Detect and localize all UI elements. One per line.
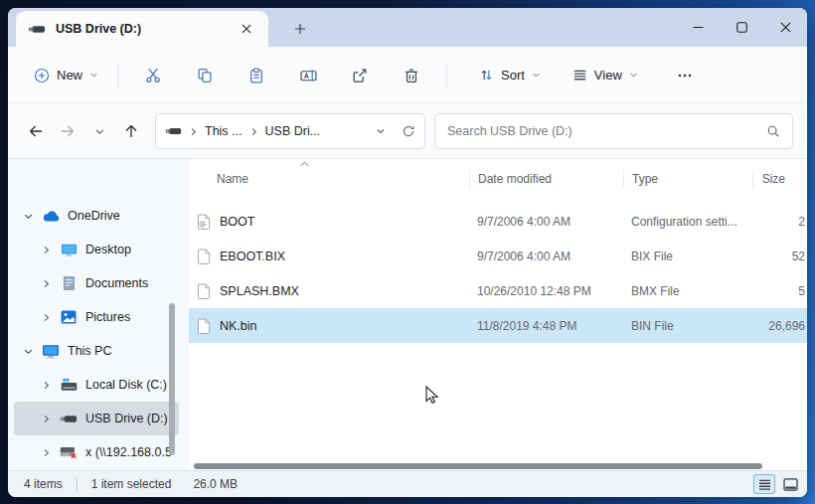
sidebar-item-label: OneDrive bbox=[68, 209, 120, 223]
file-explorer-window: USB Drive (D:) New bbox=[8, 8, 807, 497]
copy-button[interactable] bbox=[185, 58, 225, 93]
sidebar-item-onedrive[interactable]: OneDrive bbox=[14, 199, 179, 233]
back-icon[interactable] bbox=[20, 115, 52, 147]
file-date-modified: 11/8/2019 4:48 PM bbox=[469, 319, 623, 333]
column-header-date-modified[interactable]: Date modified bbox=[469, 170, 623, 188]
sidebar-item-documents[interactable]: Documents bbox=[14, 266, 179, 300]
chevron-right-icon[interactable] bbox=[40, 380, 52, 391]
local-disk-icon bbox=[59, 378, 79, 392]
usb-drive-icon bbox=[165, 127, 182, 135]
selection-size: 26.0 MB bbox=[193, 477, 238, 491]
view-button[interactable]: View bbox=[564, 60, 647, 90]
search-icon bbox=[766, 124, 780, 138]
navigation-pane: OneDriveDesktopDocumentsPicturesThis PCL… bbox=[8, 159, 189, 470]
file-size: 26,696 bbox=[752, 319, 807, 333]
breadcrumb-chevron-icon[interactable] bbox=[248, 126, 259, 137]
new-button-label: New bbox=[57, 68, 82, 83]
file-row-boot[interactable]: BOOT9/7/2006 4:00 AMConfiguration setti.… bbox=[189, 204, 807, 239]
sidebar-item-label: USB Drive (D:) bbox=[85, 412, 168, 425]
column-header-size[interactable]: Size bbox=[752, 170, 807, 188]
sidebar-item-pictures[interactable]: Pictures bbox=[14, 300, 179, 334]
breadcrumb[interactable]: This ...USB Dri... bbox=[155, 113, 425, 149]
file-row-eboot-bix[interactable]: EBOOT.BIX9/7/2006 4:00 AMBIX File52 bbox=[189, 239, 807, 273]
breadcrumb-item[interactable]: USB Dri... bbox=[265, 124, 321, 138]
file-size: 52 bbox=[752, 250, 807, 263]
file-date-modified: 9/7/2006 4:00 AM bbox=[469, 250, 623, 263]
minimize-icon[interactable] bbox=[676, 8, 720, 47]
tab-bar: USB Drive (D:) bbox=[8, 8, 807, 47]
close-icon[interactable] bbox=[763, 8, 807, 47]
search-input[interactable] bbox=[447, 124, 766, 138]
refresh-icon[interactable] bbox=[402, 124, 415, 138]
sidebar-scrollbar[interactable] bbox=[169, 303, 175, 455]
address-dropdown-chevron-icon[interactable] bbox=[376, 126, 386, 136]
chevron-down-icon[interactable] bbox=[22, 346, 34, 357]
pictures-icon bbox=[59, 310, 79, 324]
config-file-icon bbox=[198, 214, 211, 230]
view-lines-icon bbox=[572, 68, 587, 83]
chevron-right-icon[interactable] bbox=[40, 414, 52, 424]
more-options-button[interactable] bbox=[665, 58, 705, 93]
column-header-name[interactable]: Name bbox=[189, 170, 469, 188]
large-icons-view-button[interactable] bbox=[779, 474, 801, 494]
chevron-right-icon[interactable] bbox=[40, 245, 52, 255]
rename-button[interactable] bbox=[288, 58, 328, 93]
chevron-right-icon[interactable] bbox=[40, 447, 52, 458]
maximize-icon[interactable] bbox=[720, 8, 763, 47]
sort-button-label: Sort bbox=[501, 68, 525, 83]
file-size: 2 bbox=[752, 215, 807, 229]
file-rows: BOOT9/7/2006 4:00 AMConfiguration setti.… bbox=[189, 204, 807, 343]
chevron-down-icon[interactable] bbox=[22, 211, 34, 222]
sort-ascending-icon bbox=[300, 161, 309, 167]
file-row-nk-bin[interactable]: NK.bin11/8/2019 4:48 PMBIN File26,696 bbox=[189, 308, 807, 343]
up-icon[interactable] bbox=[115, 115, 147, 147]
onedrive-icon bbox=[41, 210, 61, 223]
usb-drive-icon bbox=[59, 415, 79, 423]
sidebar-item-label: Documents bbox=[85, 276, 148, 290]
tab-usb-drive[interactable]: USB Drive (D:) bbox=[16, 11, 268, 47]
file-icon bbox=[198, 283, 211, 299]
chevron-right-icon[interactable] bbox=[40, 278, 52, 289]
sort-arrows-icon bbox=[479, 68, 494, 83]
file-icon bbox=[198, 249, 211, 264]
item-count: 4 items bbox=[24, 477, 63, 491]
recent-locations-chevron-icon[interactable] bbox=[83, 115, 115, 147]
sidebar-item-desktop[interactable]: Desktop bbox=[14, 233, 179, 266]
sidebar-item-local-disk-c[interactable]: Local Disk (C:) bbox=[14, 368, 179, 402]
file-name: EBOOT.BIX bbox=[220, 250, 285, 263]
sidebar-item-this-pc[interactable]: This PC bbox=[14, 334, 179, 368]
file-name: NK.bin bbox=[220, 319, 257, 333]
file-type: BIN File bbox=[623, 319, 752, 333]
details-view-button[interactable] bbox=[753, 474, 775, 494]
sidebar-item-label: Pictures bbox=[85, 310, 130, 324]
sidebar-item-label: Local Disk (C:) bbox=[85, 378, 167, 392]
new-button[interactable]: New bbox=[24, 60, 108, 91]
sidebar-tree: OneDriveDesktopDocumentsPicturesThis PCL… bbox=[8, 199, 189, 469]
sort-button[interactable]: Sort bbox=[470, 60, 550, 90]
desktop-icon bbox=[59, 243, 79, 257]
delete-button[interactable] bbox=[392, 58, 431, 93]
breadcrumb-chevron-icon[interactable] bbox=[188, 126, 199, 137]
file-type: BMX File bbox=[623, 284, 752, 298]
breadcrumb-item[interactable]: This ... bbox=[205, 124, 243, 138]
status-divider bbox=[77, 478, 78, 491]
horizontal-scrollbar[interactable] bbox=[194, 463, 762, 469]
tab-title: USB Drive (D:) bbox=[56, 22, 227, 36]
sidebar-item-x-192-168-0-5[interactable]: x (\\192.168.0.5 bbox=[14, 435, 179, 469]
file-date-modified: 9/7/2006 4:00 AM bbox=[469, 215, 623, 229]
view-button-label: View bbox=[594, 68, 622, 83]
forward-icon[interactable] bbox=[52, 115, 83, 147]
share-button[interactable] bbox=[340, 58, 380, 93]
tab-close-icon[interactable] bbox=[237, 19, 256, 39]
new-tab-icon[interactable] bbox=[288, 17, 312, 41]
column-header-type[interactable]: Type bbox=[623, 170, 752, 188]
chevron-down-icon bbox=[89, 71, 98, 80]
address-bar-row: This ...USB Dri... bbox=[8, 104, 807, 159]
file-row-splash-bmx[interactable]: SPLASH.BMX10/26/2010 12:48 PMBMX File5 bbox=[189, 273, 807, 308]
paste-button[interactable] bbox=[237, 58, 276, 93]
chevron-right-icon[interactable] bbox=[40, 312, 52, 323]
network-drive-icon bbox=[59, 445, 79, 459]
sidebar-item-usb-drive-d[interactable]: USB Drive (D:) bbox=[14, 402, 179, 435]
cut-button[interactable] bbox=[133, 58, 173, 93]
command-bar: New Sort View bbox=[8, 47, 807, 104]
